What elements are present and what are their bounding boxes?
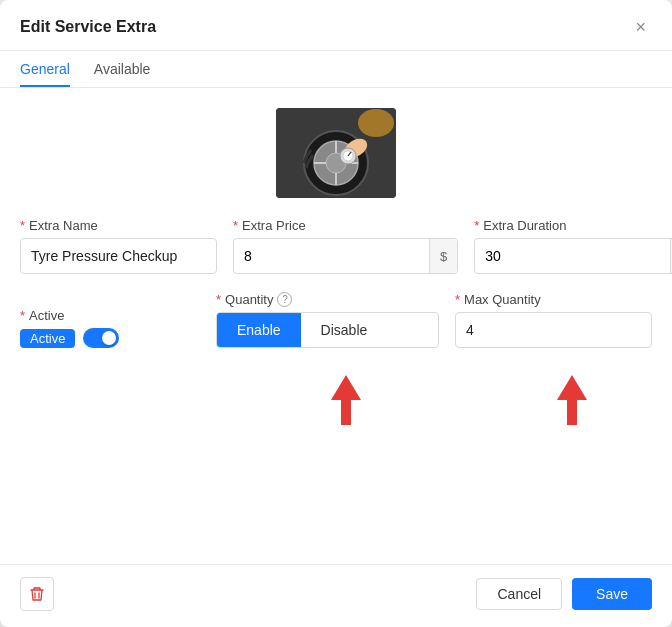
dialog-footer: Cancel Save — [0, 564, 672, 627]
tab-general[interactable]: General — [20, 51, 70, 87]
save-button[interactable]: Save — [572, 578, 652, 610]
footer-actions: Cancel Save — [476, 578, 652, 610]
max-quantity-arrow-icon — [552, 370, 592, 430]
svg-marker-13 — [331, 375, 361, 425]
tab-available[interactable]: Available — [94, 51, 151, 87]
form-row-1: * Extra Name * Extra Price $ * Extra D — [20, 218, 652, 274]
trash-icon — [29, 586, 45, 602]
quantity-arrow-icon — [326, 370, 366, 430]
extra-duration-label: * Extra Duration — [474, 218, 672, 233]
extra-price-group: * Extra Price $ — [233, 218, 458, 274]
delete-button[interactable] — [20, 577, 54, 611]
extra-duration-input[interactable] — [475, 241, 670, 271]
max-quantity-group: * Max Quantity — [455, 292, 652, 348]
extra-name-label: * Extra Name — [20, 218, 217, 233]
dialog-header: Edit Service Extra × — [0, 0, 672, 51]
price-suffix: $ — [429, 239, 457, 273]
required-star-3: * — [474, 218, 479, 233]
quantity-disable-button[interactable]: Disable — [301, 313, 388, 347]
required-star-5: * — [216, 292, 221, 307]
active-badge: Active — [20, 329, 75, 348]
dialog-title: Edit Service Extra — [20, 18, 156, 36]
extra-duration-input-wrapper: mins — [474, 238, 672, 274]
max-quantity-input[interactable] — [455, 312, 652, 348]
image-container — [20, 108, 652, 198]
required-star: * — [20, 218, 25, 233]
tabs-container: General Available — [0, 51, 672, 88]
close-button[interactable]: × — [629, 16, 652, 38]
cancel-button[interactable]: Cancel — [476, 578, 562, 610]
form-row-2: * Active Active * Quantity ? — [20, 292, 652, 348]
service-image — [276, 108, 396, 198]
quantity-btn-group: Enable Disable — [216, 312, 439, 348]
quantity-group: * Quantity ? Enable Disable — [216, 292, 439, 348]
arrow-spacer — [20, 370, 200, 430]
arrow-max — [492, 370, 652, 430]
required-star-2: * — [233, 218, 238, 233]
active-group: * Active Active — [20, 308, 200, 348]
extra-name-input[interactable] — [20, 238, 217, 274]
arrows-row — [20, 370, 652, 430]
svg-point-12 — [358, 109, 394, 137]
quantity-enable-button[interactable]: Enable — [217, 313, 301, 347]
extra-duration-group: * Extra Duration mins — [474, 218, 672, 274]
required-star-6: * — [455, 292, 460, 307]
extra-price-input[interactable] — [234, 241, 429, 271]
quantity-info-icon: ? — [277, 292, 292, 307]
extra-price-input-wrapper: $ — [233, 238, 458, 274]
max-quantity-label: * Max Quantity — [455, 292, 652, 307]
svg-marker-14 — [557, 375, 587, 425]
required-star-4: * — [20, 308, 25, 323]
arrow-quantity — [216, 370, 476, 430]
extra-name-group: * Extra Name — [20, 218, 217, 274]
toggle-slider — [83, 328, 119, 348]
active-label: * Active — [20, 308, 200, 323]
edit-service-extra-dialog: Edit Service Extra × General Available — [0, 0, 672, 627]
quantity-label: * Quantity ? — [216, 292, 439, 307]
active-toggle-container: Active — [20, 328, 200, 348]
dialog-body: * Extra Name * Extra Price $ * Extra D — [0, 88, 672, 564]
active-toggle[interactable] — [83, 328, 119, 348]
extra-price-label: * Extra Price — [233, 218, 458, 233]
